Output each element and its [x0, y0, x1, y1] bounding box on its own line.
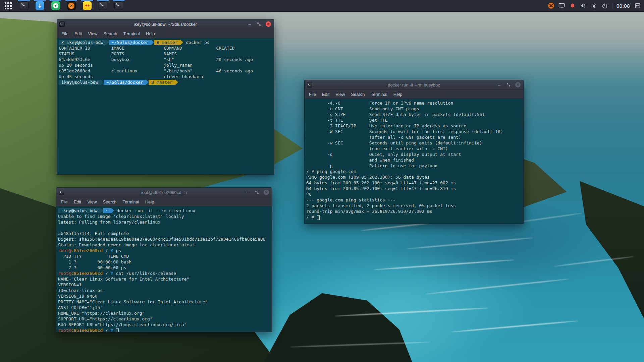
panel-launchers: $_↓▼✕♦♦$_$_ — [16, 0, 126, 11]
terminal-text: and when finished — [306, 158, 414, 163]
volume-icon[interactable] — [580, 2, 587, 9]
titlebar[interactable]: $_ root@c851ee2660cd :: / – ✕ — [56, 188, 272, 197]
terminal-text: # — [111, 271, 116, 276]
terminal-text: / — [103, 328, 110, 332]
titlebar[interactable]: $_ docker run -it --rm busybox – ✕ — [305, 80, 523, 90]
menu-edit[interactable]: Edit — [71, 199, 84, 204]
terminal-text: cat /usr/lib/os-release — [116, 271, 176, 276]
terminal-text: --- google.com ping statistics --- — [306, 197, 395, 202]
terminal-text: ikey@solus-bdw — [58, 208, 100, 213]
terminal-text: latest: Pulling from library/clearlinux — [58, 220, 160, 225]
menu-search[interactable]: Search — [100, 199, 119, 204]
menu-view[interactable]: View — [332, 92, 348, 97]
terminal-text: c851ee2660cd — [71, 328, 103, 332]
power-icon[interactable] — [601, 2, 608, 9]
restore-button[interactable] — [256, 21, 262, 27]
menu-help[interactable]: Help — [142, 199, 157, 204]
menu-file[interactable]: File — [58, 31, 71, 36]
terminal-text: ~ — [103, 208, 111, 213]
terminal-text: ^C — [306, 192, 312, 197]
terminal-text: / — [103, 271, 110, 276]
terminal-window-busybox: $_ docker run -it --rm busybox – ✕ FileE… — [304, 80, 524, 224]
terminal-line: 2 packets transmitted, 2 packets receive… — [306, 203, 523, 208]
close-button[interactable]: ✕ — [266, 21, 271, 27]
powerline-arrow-icon — [151, 40, 154, 45]
terminal-line: -p Pattern to use for payload — [306, 163, 523, 169]
terminal-text: c851ee2660cd — [71, 248, 103, 253]
menu-view[interactable]: View — [84, 199, 100, 204]
terminal-line: 64 bytes from 209.85.202.100: seq=0 ttl=… — [306, 180, 523, 186]
terminal-line: ^C — [306, 191, 523, 197]
panel-clock[interactable]: 00:08 — [616, 3, 630, 9]
notifications-bell-icon[interactable] — [569, 2, 576, 9]
minimize-button[interactable]: – — [247, 21, 252, 27]
terminal-text: / — [103, 248, 110, 253]
menu-help[interactable]: Help — [390, 92, 406, 97]
terminal-line — [58, 225, 272, 231]
terminal-text: SUPPORT_URL="https://clearlinux.org" — [58, 316, 153, 321]
menu-terminal[interactable]: Terminal — [120, 31, 143, 36]
menubar: FileEditViewSearchTerminalHelp — [305, 90, 523, 99]
orange-x-tray-icon[interactable] — [548, 2, 554, 9]
menu-file[interactable]: File — [306, 92, 319, 97]
terminal-line: 1 ? 00:00:00 bash — [58, 259, 272, 265]
restore-button[interactable] — [506, 82, 511, 87]
window-title: root@c851ee2660cd :: / — [56, 190, 272, 195]
terminal-line: Up 20 seconds jolly_raman — [59, 62, 274, 68]
close-button[interactable]: ✕ — [264, 190, 269, 195]
launcher-hexchat[interactable]: ♦♦ — [79, 0, 95, 11]
terminal-text: -W SEC Seconds to wait for the first res… — [306, 129, 503, 134]
menu-view[interactable]: View — [85, 31, 100, 36]
terminal-text: 64addd923c6e busybox "sh" 20 seconds ago — [59, 57, 253, 62]
terminal-content[interactable]: -4,-6 Force IP or IPv6 name resolution -… — [305, 99, 523, 220]
launcher-download-app[interactable]: ↓ — [32, 0, 48, 11]
menu-edit[interactable]: Edit — [319, 92, 332, 97]
terminal-text: docker ps — [183, 40, 209, 45]
terminal-content[interactable]: ✗ ikey@solus-bdw ~/Solus/docker Ƀ master… — [57, 38, 274, 85]
titlebar[interactable]: $_ ikey@solus-bdw: ~/Solus/docker – ✕ — [57, 19, 274, 29]
terminal-text: -I IFACE/IP Use interface or IP address … — [306, 123, 466, 128]
terminal-line: PRETTY_NAME="Clear Linux Software for In… — [58, 299, 272, 305]
terminal-text: / # — [306, 215, 317, 220]
close-button[interactable]: ✕ — [515, 82, 521, 87]
window-title: docker run -it --rm busybox — [305, 82, 523, 87]
minimize-button[interactable]: – — [245, 190, 250, 195]
terminal-line: -t TTL Set TTL — [306, 117, 523, 123]
raven-toggle-icon[interactable] — [634, 2, 641, 9]
terminal-text: Up 20 seconds jolly_raman — [59, 63, 193, 68]
terminal-text: -p Pattern to use for payload — [306, 163, 437, 168]
system-tray: 00:08 — [548, 0, 644, 11]
menu-terminal[interactable]: Terminal — [368, 92, 390, 97]
display-icon[interactable] — [558, 2, 565, 9]
menu-search[interactable]: Search — [100, 31, 120, 36]
menu-help[interactable]: Help — [143, 31, 158, 36]
terminal-text: VERSION_ID=9460 — [58, 294, 97, 299]
terminal-window-icon: $_ — [59, 21, 65, 27]
terminal-line: Status: Downloaded newer image for clear… — [58, 242, 272, 248]
launcher-orange-x-app[interactable]: ✕ — [63, 0, 79, 11]
menu-file[interactable]: File — [58, 199, 71, 204]
applications-menu-button[interactable] — [0, 0, 16, 11]
minimize-button[interactable]: – — [496, 82, 502, 87]
terminal-line: 7 ? 00:00:00 ps — [58, 265, 272, 270]
terminal-text: root@ — [58, 328, 71, 332]
launcher-terminal-1[interactable]: $_ — [16, 0, 32, 11]
launcher-shield-app[interactable]: ▼ — [48, 0, 63, 11]
terminal-line: root@c851ee2660cd / # ps — [58, 248, 272, 253]
powerline-arrow-icon — [175, 79, 178, 85]
terminal-line: / # ping google.com — [306, 169, 523, 174]
menu-edit[interactable]: Edit — [71, 31, 85, 36]
bluetooth-icon[interactable] — [591, 2, 597, 9]
launcher-terminal-2[interactable]: $_ — [95, 0, 111, 11]
launcher-terminal-3[interactable]: $_ — [111, 0, 126, 11]
terminal-text: PRETTY_NAME="Clear Linux Software for In… — [58, 299, 208, 304]
menu-terminal[interactable]: Terminal — [120, 199, 142, 204]
terminal-text: round-trip min/avg/max = 26.819/26.910/2… — [306, 209, 432, 214]
menu-search[interactable]: Search — [348, 92, 368, 97]
terminal-text: BUG_REPORT_URL="https://bugs.clearlinux.… — [58, 322, 187, 327]
terminal-text: PING google.com (209.85.202.100): 56 dat… — [306, 175, 430, 180]
terminal-cursor — [116, 328, 119, 333]
restore-button[interactable] — [254, 190, 260, 195]
terminal-content[interactable]: ikey@solus-bdw ~ docker run -it --rm cle… — [56, 206, 272, 332]
hex-app-icon: ♦♦ — [83, 1, 92, 10]
